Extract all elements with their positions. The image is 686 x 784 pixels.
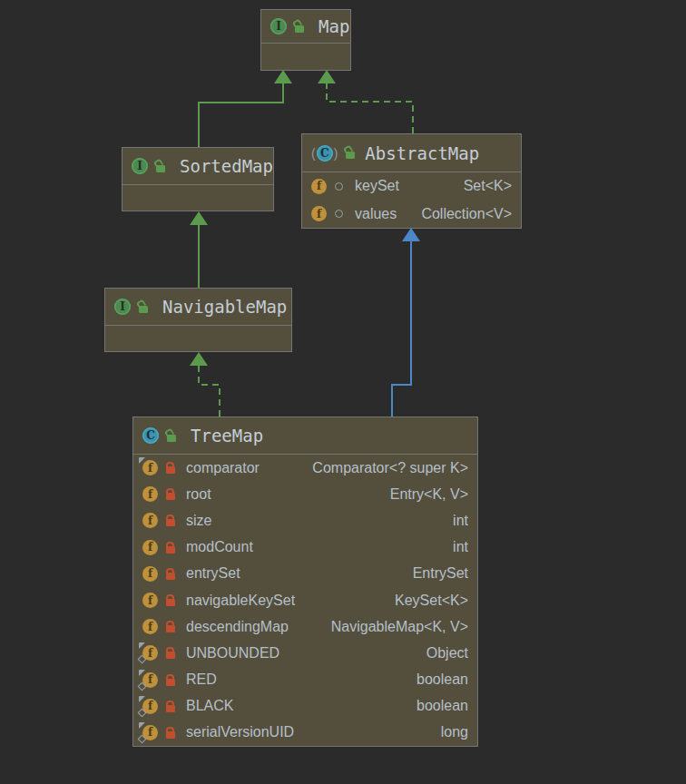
- empty-members-section: [261, 44, 350, 70]
- field-name: BLACK: [186, 698, 233, 714]
- field-icon: f: [142, 593, 158, 608]
- field-row[interactable]: f navigableKeySet KeySet<K>: [133, 587, 477, 613]
- field-row[interactable]: f BLACK boolean: [133, 693, 477, 720]
- field-icon: f: [142, 672, 158, 688]
- field-row[interactable]: f size int: [133, 507, 477, 534]
- class-node-map[interactable]: I Map: [260, 9, 351, 71]
- edge-navigablemap-extends-sortedmap[interactable]: [190, 211, 208, 288]
- final-mark-icon: [139, 722, 145, 729]
- field-name: size: [186, 513, 211, 529]
- field-icon: f: [142, 460, 158, 475]
- arrowhead: [318, 70, 336, 83]
- field-row[interactable]: f values Collection<V>: [302, 201, 521, 229]
- class-node-navigablemap[interactable]: I NavigableMap: [104, 288, 292, 352]
- class-node-abstractmap[interactable]: ( C ) AbstractMap f keySet Set<K> f valu…: [301, 133, 522, 229]
- class-title: AbstractMap: [365, 143, 479, 163]
- field-name: navigableKeySet: [186, 593, 295, 609]
- field-row[interactable]: f UNBOUNDED Object: [133, 640, 477, 666]
- field-name: keySet: [355, 178, 399, 194]
- field-name: entrySet: [186, 565, 240, 582]
- field-type: Collection<V>: [421, 206, 512, 222]
- private-lock-icon: [164, 700, 176, 713]
- field-icon: f: [142, 513, 158, 528]
- edge-sortedmap-extends-map[interactable]: [199, 70, 292, 147]
- field-icon: f: [311, 179, 327, 194]
- field-type: Entry<K, V>: [390, 486, 468, 503]
- public-lock-icon: [137, 300, 149, 314]
- edge-treemap-implements-navigablemap[interactable]: [190, 352, 220, 416]
- edge-treemap-extends-abstractmap[interactable]: [392, 228, 420, 416]
- private-lock-icon: [164, 673, 176, 687]
- edge-abstractmap-implements-map[interactable]: [318, 70, 413, 133]
- field-type: int: [453, 513, 468, 529]
- field-name: root: [186, 486, 211, 503]
- arrowhead: [274, 70, 292, 83]
- field-icon: f: [142, 645, 158, 661]
- arrowhead: [190, 352, 208, 366]
- field-row[interactable]: f keySet Set<K>: [302, 172, 521, 201]
- field-type: NavigableMap<K, V>: [331, 619, 468, 635]
- interface-icon: I: [132, 158, 148, 174]
- field-row[interactable]: f descendingMap NavigableMap<K, V>: [133, 613, 477, 640]
- field-row[interactable]: f comparator Comparator<? super K>: [133, 455, 477, 481]
- class-title: SortedMap: [180, 156, 273, 176]
- final-mark-icon: [139, 696, 145, 702]
- field-name: comparator: [186, 460, 260, 476]
- final-mark-icon: [139, 642, 145, 649]
- field-icon: f: [142, 619, 158, 634]
- private-lock-icon: [164, 620, 176, 633]
- public-lock-icon: [293, 20, 305, 34]
- field-type: KeySet<K>: [395, 593, 468, 609]
- field-name: serialVersionUID: [186, 724, 294, 740]
- field-icon: f: [142, 486, 158, 502]
- field-name: values: [355, 206, 397, 222]
- abstract-paren: ): [334, 146, 338, 161]
- class-node-sortedmap[interactable]: I SortedMap: [122, 147, 274, 211]
- field-row[interactable]: f modCount int: [133, 534, 477, 561]
- field-name: UNBOUNDED: [186, 645, 279, 662]
- field-icon: f: [311, 206, 327, 221]
- interface-icon: I: [270, 18, 287, 34]
- class-icon: C: [317, 145, 333, 162]
- empty-members-section: [122, 185, 273, 211]
- field-type: long: [441, 724, 468, 740]
- field-type: Set<K>: [464, 178, 512, 194]
- diagram-canvas: I Map I SortedMap ( C ) AbstractMap: [0, 0, 686, 784]
- public-lock-icon: [344, 146, 356, 160]
- field-name: modCount: [186, 539, 253, 555]
- arrowhead: [402, 228, 420, 241]
- field-type: int: [453, 539, 468, 555]
- field-row[interactable]: f serialVersionUID long: [133, 720, 477, 746]
- class-header: I Map: [261, 10, 350, 44]
- field-type: Object: [426, 645, 468, 662]
- final-mark-icon: [139, 457, 145, 464]
- field-icon: f: [142, 699, 158, 714]
- field-row[interactable]: f root Entry<K, V>: [133, 481, 477, 507]
- abstract-paren: (: [311, 146, 316, 161]
- final-mark-icon: [139, 670, 145, 676]
- field-type: boolean: [416, 698, 468, 714]
- arrowhead: [190, 211, 208, 225]
- class-icon: C: [142, 427, 159, 444]
- field-type: boolean: [416, 671, 468, 688]
- private-lock-icon: [164, 567, 176, 581]
- package-visibility-icon: [335, 182, 343, 191]
- empty-members-section: [105, 326, 291, 351]
- field-icon: f: [142, 566, 158, 582]
- class-title: Map: [318, 16, 349, 36]
- field-type: Comparator<? super K>: [312, 460, 468, 476]
- field-type: EntrySet: [413, 565, 468, 582]
- private-lock-icon: [164, 487, 176, 501]
- class-node-treemap[interactable]: C TreeMap f comparator Comparator<? supe…: [132, 416, 478, 747]
- field-icon: f: [142, 725, 158, 740]
- field-row[interactable]: f entrySet EntrySet: [133, 561, 477, 587]
- abstract-class-icon: ( C ): [311, 145, 338, 162]
- field-name: descendingMap: [186, 619, 289, 635]
- class-title: TreeMap: [191, 426, 263, 446]
- private-lock-icon: [164, 593, 176, 607]
- private-lock-icon: [164, 461, 176, 475]
- field-row[interactable]: f RED boolean: [133, 667, 477, 693]
- private-lock-icon: [164, 726, 176, 740]
- class-header: ( C ) AbstractMap: [302, 134, 521, 172]
- interface-icon: I: [114, 299, 131, 315]
